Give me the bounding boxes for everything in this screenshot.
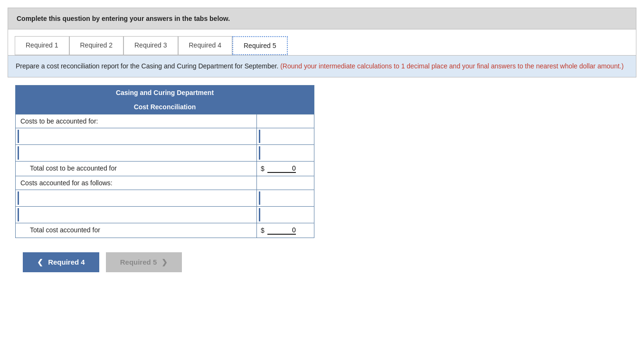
- table-header-department: Casing and Curing Department: [16, 86, 314, 100]
- total2-row: Total cost accounted for $: [16, 223, 314, 238]
- input1-value-field[interactable]: [259, 130, 312, 143]
- total2-dollar: $: [261, 227, 265, 234]
- total1-value-cell: $: [257, 162, 314, 176]
- input4-value-field[interactable]: [259, 208, 312, 221]
- description-bar: Prepare a cost reconciliation report for…: [8, 56, 636, 77]
- input-row-2: [16, 144, 314, 161]
- prev-button[interactable]: ❮ Required 4: [23, 252, 99, 272]
- cost-reconciliation-table: Casing and Curing Department Cost Reconc…: [15, 85, 314, 238]
- chevron-right-icon: ❯: [161, 258, 168, 266]
- description-static: Prepare a cost reconciliation report for…: [16, 62, 278, 70]
- tab-required-5[interactable]: Required 5: [232, 36, 288, 55]
- input3-value-cell: [257, 190, 314, 206]
- instruction-bar: Complete this question by entering your …: [8, 8, 636, 29]
- description-note: (Round your intermediate calculations to…: [280, 62, 624, 70]
- total1-value-input[interactable]: [267, 164, 296, 173]
- tab-required-2[interactable]: Required 2: [69, 36, 124, 55]
- input1-label-cell: [16, 128, 257, 144]
- main-content: Casing and Curing Department Cost Reconc…: [8, 77, 636, 282]
- next-button[interactable]: Required 5 ❯: [106, 252, 182, 272]
- chevron-left-icon: ❮: [37, 258, 43, 266]
- total2-value-input[interactable]: [267, 226, 296, 235]
- section1-label-row: Costs to be accounted for:: [16, 114, 314, 128]
- input-row-1: [16, 128, 314, 144]
- input4-label-cell: [16, 207, 257, 223]
- tab-required-1[interactable]: Required 1: [15, 36, 69, 55]
- input-row-4: [16, 206, 314, 223]
- section2-label: Costs accounted for as follows:: [16, 176, 257, 190]
- bottom-nav: ❮ Required 4 Required 5 ❯: [15, 243, 629, 282]
- input2-value-cell: [257, 145, 314, 161]
- total2-value-cell: $: [257, 223, 314, 238]
- input-row-3: [16, 190, 314, 206]
- input4-value-cell: [257, 207, 314, 223]
- prev-label: Required 4: [48, 258, 85, 266]
- table-header-title: Cost Reconciliation: [16, 100, 314, 114]
- total1-dollar: $: [261, 165, 265, 172]
- input3-value-field[interactable]: [259, 191, 312, 205]
- tab-required-4[interactable]: Required 4: [178, 36, 233, 55]
- total2-label: Total cost accounted for: [16, 223, 257, 238]
- input3-label-cell: [16, 190, 257, 206]
- input2-label-field[interactable]: [18, 146, 255, 160]
- section2-value-empty: [257, 176, 314, 190]
- tabs-container: Required 1 Required 2 Required 3 Require…: [8, 29, 636, 56]
- input1-label-field[interactable]: [18, 130, 255, 143]
- input2-value-field[interactable]: [259, 146, 312, 160]
- total1-row: Total cost to be accounted for $: [16, 161, 314, 176]
- section1-label: Costs to be accounted for:: [16, 114, 257, 128]
- section1-value-empty: [257, 114, 314, 128]
- input2-label-cell: [16, 145, 257, 161]
- instruction-text: Complete this question by entering your …: [17, 15, 230, 22]
- input4-label-field[interactable]: [18, 208, 255, 221]
- total1-label: Total cost to be accounted for: [16, 162, 257, 176]
- section2-label-row: Costs accounted for as follows:: [16, 176, 314, 190]
- input3-label-field[interactable]: [18, 191, 255, 205]
- tab-required-3[interactable]: Required 3: [123, 36, 178, 55]
- next-label: Required 5: [120, 258, 157, 266]
- input1-value-cell: [257, 128, 314, 144]
